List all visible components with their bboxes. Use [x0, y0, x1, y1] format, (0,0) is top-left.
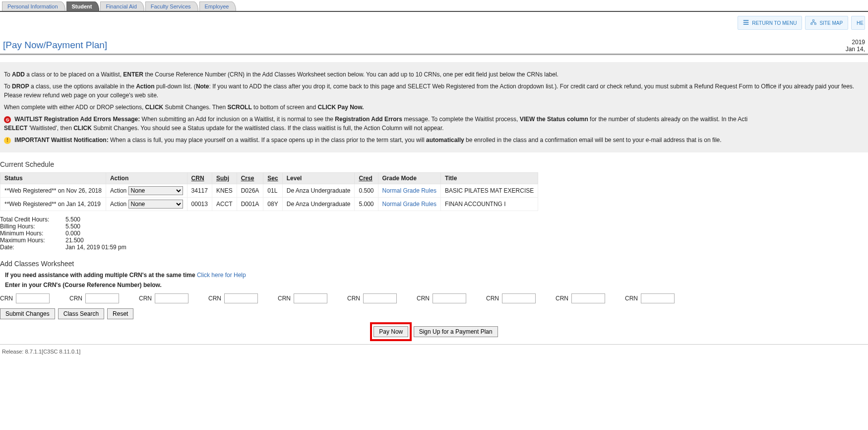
crn-input[interactable]	[641, 293, 675, 303]
submit-changes-button[interactable]: Submit Changes	[0, 308, 55, 319]
crn-item: CRN	[347, 293, 397, 303]
crn-label: CRN	[139, 295, 152, 302]
help-link[interactable]: Click here for Help	[197, 272, 246, 279]
col-sec[interactable]: Sec	[263, 173, 282, 184]
cell-level: De Anza Undergraduate	[282, 184, 355, 198]
class-search-button[interactable]: Class Search	[58, 308, 104, 319]
page-title: [Pay Now/Payment Plan]	[3, 40, 107, 51]
cell-crse: D026A	[237, 184, 263, 198]
crn-row: CRNCRNCRNCRNCRNCRNCRNCRNCRNCRN	[0, 293, 868, 303]
crn-label: CRN	[278, 295, 291, 302]
cell-cred: 5.000	[355, 198, 378, 211]
crn-item: CRN	[486, 293, 536, 303]
return-to-menu-button[interactable]: RETURN TO MENU	[738, 16, 802, 30]
cell-sec: 01L	[263, 184, 282, 198]
cell-subj: ACCT	[212, 198, 237, 211]
date-value: Jan 14, 2019 01:59 pm	[65, 244, 126, 251]
table-row: **Web Registered** on Nov 26, 2018Action…	[0, 184, 538, 198]
tab-financial-aid[interactable]: Financial Aid	[100, 1, 144, 11]
svg-rect-4	[811, 23, 812, 25]
action-select[interactable]: None	[128, 200, 183, 209]
tab-student[interactable]: Student	[66, 1, 100, 11]
site-map-button[interactable]: SITE MAP	[805, 16, 848, 30]
worksheet-help-line: If you need assistance with adding multi…	[5, 272, 868, 279]
col-cred[interactable]: Cred	[355, 173, 378, 184]
help-label: HE	[857, 20, 864, 26]
crn-input[interactable]	[224, 293, 258, 303]
instruction-drop: To DROP a class, use the options availab…	[4, 82, 864, 100]
release-text: Release: 8.7.1.1[C3SC 8.11.0.1]	[0, 348, 868, 356]
crn-input[interactable]	[363, 293, 397, 303]
crn-label: CRN	[417, 295, 430, 302]
crn-item: CRN	[625, 293, 675, 303]
crn-input[interactable]	[85, 293, 119, 303]
reset-button[interactable]: Reset	[107, 308, 133, 319]
cell-subj: KNES	[212, 184, 237, 198]
crn-item: CRN	[139, 293, 188, 303]
cell-grade: Normal Grade Rules	[378, 198, 440, 211]
crn-input[interactable]	[155, 293, 188, 303]
min-hours-value: 0.000	[65, 230, 80, 237]
main-tabs: Personal InformationStudentFinancial Aid…	[0, 0, 868, 12]
help-button[interactable]: HE	[851, 16, 865, 30]
schedule-table: Status Action CRN Subj Crse Sec Level Cr…	[0, 172, 538, 211]
cell-level: De Anza Undergraduate	[282, 198, 355, 211]
current-schedule-heading: Current Schedule	[0, 160, 868, 168]
pay-now-highlight: Pay Now	[370, 322, 412, 341]
crn-input[interactable]	[16, 293, 50, 303]
cell-status: **Web Registered** on Jan 14, 2019	[0, 198, 106, 211]
instruction-add: To ADD a class or to be placed on a Wait…	[4, 70, 864, 79]
instruction-waitlist-errors: ⦸ WAITLIST Registration Add Errors Messa…	[4, 115, 864, 133]
payment-plan-button[interactable]: Sign Up for a Payment Plan	[414, 326, 498, 337]
pay-button-row: Pay Now Sign Up for a Payment Plan	[0, 322, 868, 341]
cell-action: Action None	[106, 198, 187, 211]
svg-rect-0	[744, 20, 749, 21]
tab-personal-information[interactable]: Personal Information	[2, 1, 65, 11]
crn-input[interactable]	[571, 293, 605, 303]
site-map-label: SITE MAP	[819, 20, 843, 26]
instruction-box: To ADD a class or to be placed on a Wait…	[0, 62, 868, 152]
warning-icon: !	[4, 137, 11, 144]
crn-label: CRN	[556, 295, 568, 302]
crn-item: CRN	[556, 293, 605, 303]
grade-mode-link[interactable]: Normal Grade Rules	[382, 201, 436, 208]
col-status: Status	[0, 173, 106, 184]
max-hours-label: Maximum Hours:	[0, 237, 65, 244]
stop-icon: ⦸	[4, 116, 11, 123]
grade-mode-link[interactable]: Normal Grade Rules	[382, 187, 436, 194]
cell-crn: 00013	[187, 198, 212, 211]
svg-rect-2	[744, 24, 749, 25]
cell-title: BASIC PILATES MAT EXERCISE	[440, 184, 538, 198]
table-row: **Web Registered** on Jan 14, 2019Action…	[0, 198, 538, 211]
cell-grade: Normal Grade Rules	[378, 184, 440, 198]
col-title: Title	[440, 173, 538, 184]
footer-divider	[0, 344, 868, 345]
crn-input[interactable]	[433, 293, 466, 303]
cell-title: FINAN ACCOUNTNG I	[440, 198, 538, 211]
col-subj[interactable]: Subj	[212, 173, 237, 184]
sitemap-icon	[810, 19, 816, 26]
action-button-row: Submit Changes Class Search Reset	[0, 308, 868, 319]
billing-hours-value: 5.500	[65, 223, 80, 230]
col-grade: Grade Mode	[378, 173, 440, 184]
crn-input[interactable]	[502, 293, 536, 303]
menu-icon	[743, 19, 749, 26]
action-select[interactable]: None	[128, 186, 183, 195]
crn-item: CRN	[208, 293, 258, 303]
pay-now-button[interactable]: Pay Now	[373, 326, 408, 337]
tab-faculty-services[interactable]: Faculty Services	[145, 1, 198, 11]
crn-label: CRN	[486, 295, 499, 302]
crn-label: CRN	[347, 295, 360, 302]
tab-employee[interactable]: Employee	[199, 1, 237, 11]
crn-input[interactable]	[294, 293, 327, 303]
col-crn[interactable]: CRN	[187, 173, 212, 184]
col-crse[interactable]: Crse	[237, 173, 263, 184]
billing-hours-label: Billing Hours:	[0, 223, 65, 230]
page-date: 2019 Jan 14,	[846, 39, 865, 53]
return-to-menu-label: RETURN TO MENU	[752, 20, 797, 26]
crn-label: CRN	[0, 295, 13, 302]
cell-sec: 08Y	[263, 198, 282, 211]
cell-status: **Web Registered** on Nov 26, 2018	[0, 184, 106, 198]
page-date-text: Jan 14,	[846, 46, 865, 53]
instruction-waitlist-notify: ! IMPORTANT Waitlist Notification: When …	[4, 136, 864, 144]
